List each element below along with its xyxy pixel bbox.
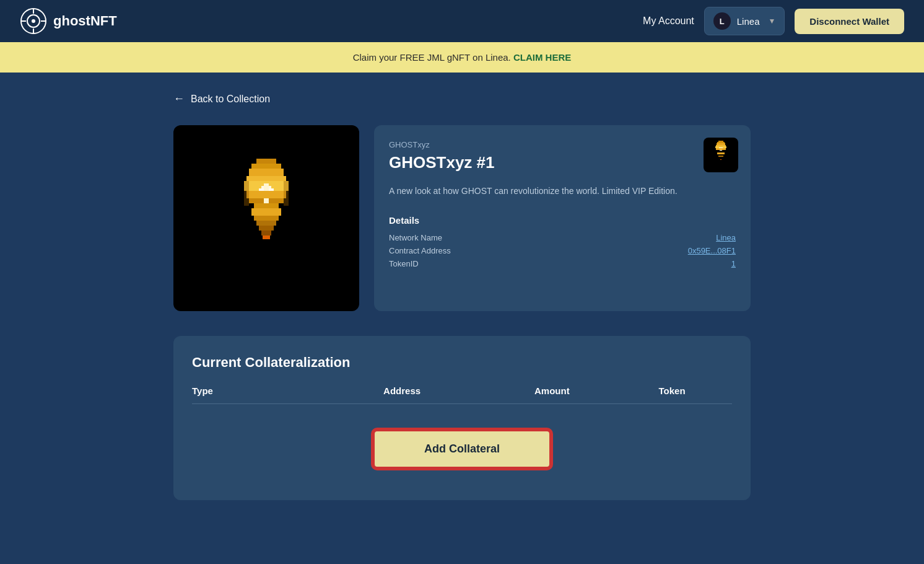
svg-rect-8 bbox=[251, 164, 281, 169]
svg-rect-17 bbox=[269, 198, 284, 203]
svg-rect-15 bbox=[246, 191, 286, 198]
nft-detail-section: GHOSTxyz GHOSTxyz #1 A new look at how G… bbox=[173, 125, 751, 311]
add-collateral-button[interactable]: Add Collateral bbox=[372, 429, 552, 469]
detail-row-tokenid: TokenID 1 bbox=[389, 259, 736, 268]
svg-rect-30 bbox=[716, 145, 725, 146]
col-header-type: Type bbox=[192, 386, 312, 396]
header: ghostNFT My Account L Linea ▼ Disconnect… bbox=[0, 0, 924, 42]
svg-rect-18 bbox=[254, 203, 279, 208]
svg-rect-22 bbox=[259, 226, 274, 231]
svg-rect-36 bbox=[718, 156, 723, 157]
svg-rect-10 bbox=[246, 176, 286, 181]
my-account-label: My Account bbox=[643, 15, 694, 27]
banner-cta-link[interactable]: CLAIM HERE bbox=[513, 52, 571, 63]
main-content: ← Back to Collection bbox=[0, 73, 924, 520]
header-right: My Account L Linea ▼ Disconnect Wallet bbox=[643, 7, 904, 35]
logo-text: ghostNFT bbox=[53, 13, 117, 29]
svg-rect-29 bbox=[717, 143, 725, 145]
network-name: Linea bbox=[737, 16, 760, 27]
nft-image-container bbox=[173, 125, 359, 311]
svg-rect-21 bbox=[256, 221, 276, 226]
nft-collection-name: GHOSTxyz bbox=[389, 140, 736, 149]
svg-rect-19 bbox=[251, 208, 281, 216]
svg-rect-9 bbox=[249, 169, 284, 176]
tokenid-label: TokenID bbox=[389, 259, 419, 268]
disconnect-wallet-button[interactable]: Disconnect Wallet bbox=[795, 9, 904, 34]
col-header-address: Address bbox=[312, 386, 492, 396]
col-header-amount: Amount bbox=[492, 386, 612, 396]
back-to-collection-link[interactable]: ← Back to Collection bbox=[173, 92, 751, 105]
col-header-token: Token bbox=[612, 386, 732, 396]
network-label: Network Name bbox=[389, 233, 442, 242]
back-arrow-icon: ← bbox=[173, 92, 185, 105]
svg-rect-37 bbox=[720, 159, 722, 160]
detail-row-contract: Contract Address 0x59E...08F1 bbox=[389, 246, 736, 255]
nft-description: A new look at how GHOST can revolutioniz… bbox=[389, 185, 736, 198]
chevron-down-icon: ▼ bbox=[768, 17, 775, 25]
collateral-title: Current Collateralization bbox=[192, 355, 732, 371]
back-label: Back to Collection bbox=[191, 94, 270, 105]
promo-banner: Claim your FREE JML gNFT on Linea. CLAIM… bbox=[0, 42, 924, 73]
collateral-section: Current Collateralization Type Address A… bbox=[173, 336, 751, 500]
svg-rect-35 bbox=[717, 152, 725, 154]
tokenid-value[interactable]: 1 bbox=[731, 259, 736, 268]
collateral-table-header: Type Address Amount Token bbox=[192, 386, 732, 404]
svg-rect-24 bbox=[263, 236, 270, 239]
nft-thumbnail bbox=[704, 138, 738, 172]
banner-text: Claim your FREE JML gNFT on Linea. bbox=[353, 52, 511, 63]
network-value[interactable]: Linea bbox=[716, 233, 736, 242]
svg-rect-25 bbox=[244, 181, 249, 206]
nft-pixel-art bbox=[229, 156, 303, 280]
details-heading: Details bbox=[389, 215, 736, 226]
nft-info-card: GHOSTxyz GHOSTxyz #1 A new look at how G… bbox=[374, 125, 751, 311]
svg-rect-16 bbox=[249, 198, 264, 203]
svg-rect-23 bbox=[261, 231, 271, 236]
details-table: Network Name Linea Contract Address 0x59… bbox=[389, 233, 736, 268]
svg-rect-27 bbox=[718, 141, 723, 142]
nft-title: GHOSTxyz #1 bbox=[389, 153, 736, 172]
svg-rect-20 bbox=[254, 216, 279, 221]
contract-label: Contract Address bbox=[389, 246, 451, 255]
logo-area: ghostNFT bbox=[20, 7, 117, 35]
detail-row-network: Network Name Linea bbox=[389, 233, 736, 242]
svg-rect-26 bbox=[284, 181, 289, 206]
svg-rect-28 bbox=[717, 142, 725, 143]
svg-point-2 bbox=[32, 19, 35, 23]
contract-value[interactable]: 0x59E...08F1 bbox=[688, 246, 736, 255]
add-collateral-container: Add Collateral bbox=[192, 416, 732, 482]
svg-rect-7 bbox=[256, 159, 276, 164]
network-selector[interactable]: L Linea ▼ bbox=[704, 7, 785, 35]
network-avatar: L bbox=[713, 12, 731, 30]
svg-rect-34 bbox=[716, 148, 725, 150]
logo-icon bbox=[20, 7, 47, 35]
